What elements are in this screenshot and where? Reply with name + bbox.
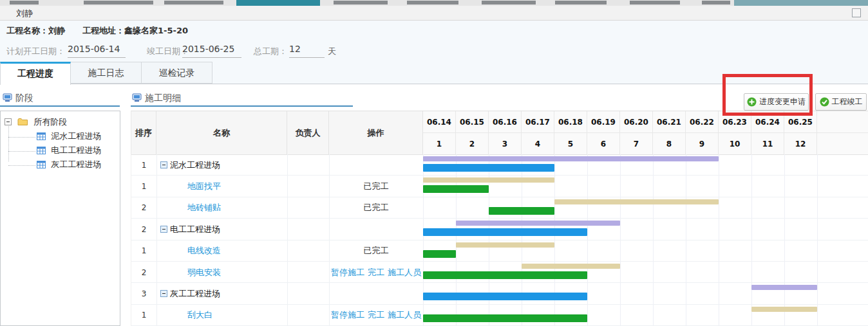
row-name-task: 刮大白 [156,305,287,326]
operation-link[interactable]: 完工 [368,309,384,321]
monitor-icon [132,93,142,102]
tree-node-all-stages[interactable]: 所有阶段 [5,116,67,129]
gantt-date-cell: 06.24 [751,111,784,133]
menu-item-blob [84,1,153,5]
task-name-link[interactable]: 刮大白 [187,309,212,321]
menu-item-blob [630,1,680,5]
group-collapse-icon[interactable] [160,226,167,233]
project-address-label: 工程地址： [82,26,124,35]
gantt-day-number-cell: 3 [489,133,522,155]
row-operation: 暂停施工完工施工人员 [329,305,423,326]
tree-node-stage-3[interactable]: 灰工工程进场 [37,159,101,172]
col-header-order: 排序 [131,111,156,155]
project-name-label: 工程名称： [6,26,48,35]
task-name-link[interactable]: 弱电安装 [187,267,221,278]
row-name-task: 弱电安装 [156,262,287,283]
monitor-icon [3,93,12,102]
row-name-task: 电线改造 [156,240,287,262]
tree-node-label[interactable]: 灰工工程进场 [51,159,101,169]
folder-icon [17,118,28,126]
group-collapse-icon[interactable] [160,161,167,168]
gantt-date-cell: 06.15 [456,111,489,133]
row-name-group: 电工工程进场 [156,219,287,240]
gantt-date-cell: 06.19 [587,111,620,133]
top-menu-strip [0,0,868,6]
row-name-group: 灰工工程进场 [156,283,287,304]
operation-link[interactable]: 暂停施工 [331,309,364,321]
tab-construction-log[interactable]: 施工日志 [71,62,142,84]
gantt-date-cell: 06.25 [784,111,817,133]
task-name-link[interactable]: 地砖铺贴 [187,202,221,213]
operation-link[interactable]: 施工人员 [388,309,421,321]
group-name-label: 电工工程进场 [170,224,220,235]
row-order: 2 [131,197,156,219]
gantt-gridline [686,154,686,326]
menu-bar-right [734,0,868,6]
row-name-task: 地砖铺贴 [156,197,287,219]
gantt-day-number-cell: 2 [456,133,489,155]
group-name-label: 泥水工程进场 [170,159,220,171]
col-header-owner: 负责人 [287,111,329,155]
detail-section-header: 施工明细 [132,93,181,105]
task-name-link[interactable]: 电线改造 [187,245,221,257]
maximize-icon[interactable] [852,8,861,17]
tree-node-stage-1[interactable]: 泥水工程进场 [37,131,101,143]
gantt-plan-bar-group [423,156,719,161]
menu-item-active [236,0,320,6]
gantt-plan-bar-task [554,199,719,204]
row-operation: 已完工 [329,197,423,219]
tree-collapse-icon[interactable] [5,118,12,125]
gantt-day-number-cell: 1 [423,133,456,155]
column-divider [287,154,288,326]
duration-label: 总工期： [254,46,287,57]
gantt-date-cell: 06.22 [686,111,719,133]
tree-guide-line [8,151,35,152]
gantt-date-cell: 06.20 [620,111,653,133]
menu-item-blob [164,1,223,5]
project-complete-button[interactable]: 工程竣工 [815,93,867,111]
tab-project-progress[interactable]: 工程进度 [0,62,71,85]
row-operation [329,283,423,304]
dialog-title: 刘静 [16,8,33,19]
gantt-plan-bar-group [456,221,620,226]
tree-node-stage-2[interactable]: 电工工程进场 [37,145,101,158]
gantt-date-cell: 06.14 [423,111,456,133]
plus-circle-icon [747,97,757,107]
col-header-name: 名称 [156,111,287,155]
finish-date-field[interactable]: 2015-06-25 [182,44,241,58]
operation-link[interactable]: 暂停施工 [331,267,364,278]
project-complete-label: 工程竣工 [832,96,863,107]
tab-inspection-record[interactable]: 巡检记录 [142,62,212,84]
menu-item-blob [482,1,536,5]
tree-node-label[interactable]: 所有阶段 [33,117,67,127]
group-collapse-icon[interactable] [160,290,167,297]
row-operation: 已完工 [329,176,423,197]
gantt-header-spacer [817,133,868,155]
tree-node-label[interactable]: 电工工程进场 [51,145,101,155]
table-icon [37,147,46,154]
operation-link[interactable]: 完工 [368,267,384,278]
operation-link[interactable]: 施工人员 [388,267,421,278]
gantt-plan-bar-task [522,264,620,269]
gantt-actual-bar-task [423,250,456,258]
gantt-gridline [653,154,654,326]
duration-field[interactable]: 12 [289,44,325,58]
stage-section-header: 阶段 [3,93,33,105]
stage-tree-panel: 所有阶段 泥水工程进场 电工工程进场 灰工工程进场 [0,111,120,326]
col-header-operation: 操作 [329,111,423,155]
stage-section-title: 阶段 [15,93,33,103]
task-name-link[interactable]: 地面找平 [187,181,221,192]
tab-baseline [0,84,868,84]
gantt-date-cell: 06.17 [522,111,554,133]
gantt-gridline [620,154,621,326]
row-operation [329,219,423,240]
progress-change-request-button[interactable]: 进度变更申请 [744,93,809,111]
row-order: 2 [131,262,156,283]
row-operation: 暂停施工完工施工人员 [329,262,423,283]
project-address-value: 鑫缘名家1-5-20 [124,26,188,35]
gantt-plan-bar-task [751,307,817,312]
detail-section-underline [131,105,353,107]
start-date-field[interactable]: 2015-06-14 [68,44,126,58]
row-name-task: 地面找平 [156,176,287,197]
tree-node-label[interactable]: 泥水工程进场 [51,131,101,141]
